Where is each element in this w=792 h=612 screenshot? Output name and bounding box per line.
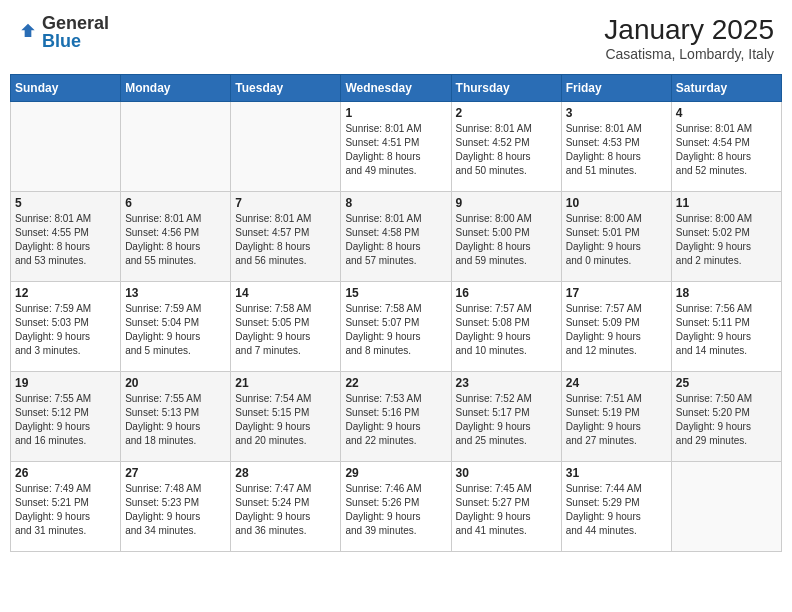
column-header-sunday: Sunday (11, 75, 121, 102)
day-number: 6 (125, 196, 226, 210)
day-info: Sunrise: 8:01 AM Sunset: 4:57 PM Dayligh… (235, 212, 336, 268)
calendar-cell: 6Sunrise: 8:01 AM Sunset: 4:56 PM Daylig… (121, 192, 231, 282)
calendar-cell: 26Sunrise: 7:49 AM Sunset: 5:21 PM Dayli… (11, 462, 121, 552)
day-info: Sunrise: 7:55 AM Sunset: 5:12 PM Dayligh… (15, 392, 116, 448)
logo: General Blue (18, 14, 109, 50)
calendar-cell: 11Sunrise: 8:00 AM Sunset: 5:02 PM Dayli… (671, 192, 781, 282)
calendar-cell: 3Sunrise: 8:01 AM Sunset: 4:53 PM Daylig… (561, 102, 671, 192)
calendar-cell: 12Sunrise: 7:59 AM Sunset: 5:03 PM Dayli… (11, 282, 121, 372)
day-info: Sunrise: 7:57 AM Sunset: 5:08 PM Dayligh… (456, 302, 557, 358)
day-number: 29 (345, 466, 446, 480)
column-header-friday: Friday (561, 75, 671, 102)
calendar-cell: 20Sunrise: 7:55 AM Sunset: 5:13 PM Dayli… (121, 372, 231, 462)
column-header-monday: Monday (121, 75, 231, 102)
column-header-tuesday: Tuesday (231, 75, 341, 102)
day-info: Sunrise: 7:46 AM Sunset: 5:26 PM Dayligh… (345, 482, 446, 538)
day-number: 23 (456, 376, 557, 390)
day-info: Sunrise: 7:53 AM Sunset: 5:16 PM Dayligh… (345, 392, 446, 448)
day-info: Sunrise: 7:59 AM Sunset: 5:03 PM Dayligh… (15, 302, 116, 358)
logo-icon (18, 22, 38, 42)
day-info: Sunrise: 8:01 AM Sunset: 4:56 PM Dayligh… (125, 212, 226, 268)
calendar-cell: 4Sunrise: 8:01 AM Sunset: 4:54 PM Daylig… (671, 102, 781, 192)
calendar-cell: 31Sunrise: 7:44 AM Sunset: 5:29 PM Dayli… (561, 462, 671, 552)
week-row-1: 1Sunrise: 8:01 AM Sunset: 4:51 PM Daylig… (11, 102, 782, 192)
day-info: Sunrise: 7:57 AM Sunset: 5:09 PM Dayligh… (566, 302, 667, 358)
calendar-cell: 22Sunrise: 7:53 AM Sunset: 5:16 PM Dayli… (341, 372, 451, 462)
column-header-saturday: Saturday (671, 75, 781, 102)
day-number: 7 (235, 196, 336, 210)
day-number: 12 (15, 286, 116, 300)
week-row-3: 12Sunrise: 7:59 AM Sunset: 5:03 PM Dayli… (11, 282, 782, 372)
day-number: 21 (235, 376, 336, 390)
day-number: 27 (125, 466, 226, 480)
day-number: 28 (235, 466, 336, 480)
day-info: Sunrise: 8:01 AM Sunset: 4:55 PM Dayligh… (15, 212, 116, 268)
day-number: 10 (566, 196, 667, 210)
day-number: 5 (15, 196, 116, 210)
page-header: General Blue January 2025 Casatisma, Lom… (10, 10, 782, 66)
day-info: Sunrise: 7:52 AM Sunset: 5:17 PM Dayligh… (456, 392, 557, 448)
calendar-cell (231, 102, 341, 192)
calendar-cell: 9Sunrise: 8:00 AM Sunset: 5:00 PM Daylig… (451, 192, 561, 282)
calendar-cell: 16Sunrise: 7:57 AM Sunset: 5:08 PM Dayli… (451, 282, 561, 372)
day-info: Sunrise: 7:47 AM Sunset: 5:24 PM Dayligh… (235, 482, 336, 538)
day-number: 30 (456, 466, 557, 480)
day-info: Sunrise: 8:00 AM Sunset: 5:00 PM Dayligh… (456, 212, 557, 268)
day-info: Sunrise: 7:51 AM Sunset: 5:19 PM Dayligh… (566, 392, 667, 448)
day-number: 8 (345, 196, 446, 210)
calendar-cell: 24Sunrise: 7:51 AM Sunset: 5:19 PM Dayli… (561, 372, 671, 462)
calendar-cell: 18Sunrise: 7:56 AM Sunset: 5:11 PM Dayli… (671, 282, 781, 372)
calendar-cell: 7Sunrise: 8:01 AM Sunset: 4:57 PM Daylig… (231, 192, 341, 282)
day-info: Sunrise: 7:44 AM Sunset: 5:29 PM Dayligh… (566, 482, 667, 538)
calendar-cell: 19Sunrise: 7:55 AM Sunset: 5:12 PM Dayli… (11, 372, 121, 462)
day-number: 14 (235, 286, 336, 300)
calendar-cell: 13Sunrise: 7:59 AM Sunset: 5:04 PM Dayli… (121, 282, 231, 372)
calendar-cell: 28Sunrise: 7:47 AM Sunset: 5:24 PM Dayli… (231, 462, 341, 552)
day-info: Sunrise: 7:59 AM Sunset: 5:04 PM Dayligh… (125, 302, 226, 358)
day-number: 2 (456, 106, 557, 120)
calendar-cell (671, 462, 781, 552)
week-row-4: 19Sunrise: 7:55 AM Sunset: 5:12 PM Dayli… (11, 372, 782, 462)
day-info: Sunrise: 7:45 AM Sunset: 5:27 PM Dayligh… (456, 482, 557, 538)
calendar-cell: 1Sunrise: 8:01 AM Sunset: 4:51 PM Daylig… (341, 102, 451, 192)
day-number: 18 (676, 286, 777, 300)
day-number: 9 (456, 196, 557, 210)
day-info: Sunrise: 7:48 AM Sunset: 5:23 PM Dayligh… (125, 482, 226, 538)
day-number: 24 (566, 376, 667, 390)
day-number: 19 (15, 376, 116, 390)
calendar-cell (11, 102, 121, 192)
calendar-cell: 21Sunrise: 7:54 AM Sunset: 5:15 PM Dayli… (231, 372, 341, 462)
location-title: Casatisma, Lombardy, Italy (604, 46, 774, 62)
svg-marker-0 (21, 24, 34, 37)
column-header-wednesday: Wednesday (341, 75, 451, 102)
day-info: Sunrise: 7:54 AM Sunset: 5:15 PM Dayligh… (235, 392, 336, 448)
week-row-2: 5Sunrise: 8:01 AM Sunset: 4:55 PM Daylig… (11, 192, 782, 282)
day-number: 4 (676, 106, 777, 120)
day-info: Sunrise: 8:01 AM Sunset: 4:51 PM Dayligh… (345, 122, 446, 178)
calendar-cell: 17Sunrise: 7:57 AM Sunset: 5:09 PM Dayli… (561, 282, 671, 372)
day-number: 1 (345, 106, 446, 120)
day-number: 31 (566, 466, 667, 480)
day-number: 25 (676, 376, 777, 390)
logo-text: General Blue (42, 14, 109, 50)
column-header-thursday: Thursday (451, 75, 561, 102)
day-info: Sunrise: 7:56 AM Sunset: 5:11 PM Dayligh… (676, 302, 777, 358)
day-info: Sunrise: 7:55 AM Sunset: 5:13 PM Dayligh… (125, 392, 226, 448)
calendar-cell: 2Sunrise: 8:01 AM Sunset: 4:52 PM Daylig… (451, 102, 561, 192)
calendar-cell: 14Sunrise: 7:58 AM Sunset: 5:05 PM Dayli… (231, 282, 341, 372)
calendar-cell: 5Sunrise: 8:01 AM Sunset: 4:55 PM Daylig… (11, 192, 121, 282)
day-info: Sunrise: 8:01 AM Sunset: 4:54 PM Dayligh… (676, 122, 777, 178)
title-block: January 2025 Casatisma, Lombardy, Italy (604, 14, 774, 62)
calendar-cell (121, 102, 231, 192)
calendar-cell: 8Sunrise: 8:01 AM Sunset: 4:58 PM Daylig… (341, 192, 451, 282)
calendar-cell: 10Sunrise: 8:00 AM Sunset: 5:01 PM Dayli… (561, 192, 671, 282)
week-row-5: 26Sunrise: 7:49 AM Sunset: 5:21 PM Dayli… (11, 462, 782, 552)
calendar-cell: 27Sunrise: 7:48 AM Sunset: 5:23 PM Dayli… (121, 462, 231, 552)
calendar-table: SundayMondayTuesdayWednesdayThursdayFrid… (10, 74, 782, 552)
day-info: Sunrise: 8:01 AM Sunset: 4:53 PM Dayligh… (566, 122, 667, 178)
day-info: Sunrise: 8:01 AM Sunset: 4:58 PM Dayligh… (345, 212, 446, 268)
day-number: 22 (345, 376, 446, 390)
day-number: 15 (345, 286, 446, 300)
day-info: Sunrise: 8:01 AM Sunset: 4:52 PM Dayligh… (456, 122, 557, 178)
calendar-cell: 23Sunrise: 7:52 AM Sunset: 5:17 PM Dayli… (451, 372, 561, 462)
